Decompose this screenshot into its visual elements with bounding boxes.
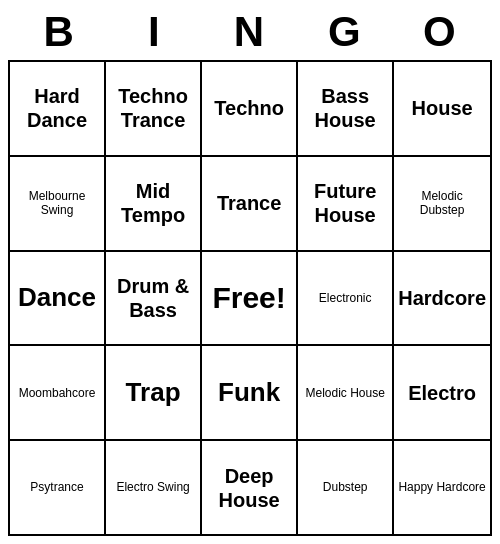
bingo-cell[interactable]: Happy Hardcore	[394, 441, 492, 536]
cell-label: Electro	[408, 381, 476, 405]
title-letter: I	[107, 8, 202, 56]
cell-label: Bass House	[302, 84, 388, 132]
bingo-cell[interactable]: Melodic Dubstep	[394, 157, 492, 252]
bingo-cell[interactable]: Dubstep	[298, 441, 394, 536]
bingo-cell[interactable]: Bass House	[298, 62, 394, 157]
cell-label: Mid Tempo	[110, 179, 196, 227]
title-letter: G	[298, 8, 393, 56]
cell-label: Free!	[212, 280, 285, 316]
bingo-cell[interactable]: Electro	[394, 346, 492, 441]
bingo-cell[interactable]: Mid Tempo	[106, 157, 202, 252]
bingo-cell[interactable]: Deep House	[202, 441, 298, 536]
bingo-cell[interactable]: Funk	[202, 346, 298, 441]
bingo-cell[interactable]: Techno Trance	[106, 62, 202, 157]
cell-label: Dance	[18, 282, 96, 313]
cell-label: Psytrance	[30, 480, 83, 494]
cell-label: Hardcore	[398, 286, 486, 310]
cell-label: Melbourne Swing	[14, 189, 100, 218]
cell-label: Trance	[217, 191, 281, 215]
cell-label: Future House	[302, 179, 388, 227]
bingo-cell[interactable]: Electronic	[298, 252, 394, 347]
title-letter: N	[202, 8, 297, 56]
cell-label: Hard Dance	[14, 84, 100, 132]
bingo-cell[interactable]: Melodic House	[298, 346, 394, 441]
bingo-cell[interactable]: Trance	[202, 157, 298, 252]
title-letter: O	[393, 8, 488, 56]
bingo-cell[interactable]: House	[394, 62, 492, 157]
cell-label: Electronic	[319, 291, 372, 305]
cell-label: Trap	[126, 377, 181, 408]
cell-label: Funk	[218, 377, 280, 408]
bingo-title: BINGO	[8, 8, 492, 56]
cell-label: Techno Trance	[110, 84, 196, 132]
bingo-cell[interactable]: Techno	[202, 62, 298, 157]
cell-label: Melodic Dubstep	[398, 189, 486, 218]
title-letter: B	[12, 8, 107, 56]
cell-label: Electro Swing	[116, 480, 189, 494]
cell-label: Techno	[214, 96, 284, 120]
bingo-grid: Hard DanceTechno TranceTechnoBass HouseH…	[8, 60, 492, 536]
cell-label: Happy Hardcore	[398, 480, 485, 494]
cell-label: Moombahcore	[19, 386, 96, 400]
bingo-cell[interactable]: Psytrance	[10, 441, 106, 536]
cell-label: Drum & Bass	[110, 274, 196, 322]
cell-label: Deep House	[206, 464, 292, 512]
bingo-cell[interactable]: Melbourne Swing	[10, 157, 106, 252]
bingo-cell[interactable]: Drum & Bass	[106, 252, 202, 347]
cell-label: Dubstep	[323, 480, 368, 494]
cell-label: Melodic House	[305, 386, 384, 400]
bingo-cell[interactable]: Hard Dance	[10, 62, 106, 157]
bingo-cell[interactable]: Hardcore	[394, 252, 492, 347]
bingo-cell[interactable]: Dance	[10, 252, 106, 347]
cell-label: House	[412, 96, 473, 120]
bingo-cell[interactable]: Trap	[106, 346, 202, 441]
bingo-cell[interactable]: Electro Swing	[106, 441, 202, 536]
bingo-cell[interactable]: Future House	[298, 157, 394, 252]
bingo-cell[interactable]: Moombahcore	[10, 346, 106, 441]
bingo-cell[interactable]: Free!	[202, 252, 298, 347]
